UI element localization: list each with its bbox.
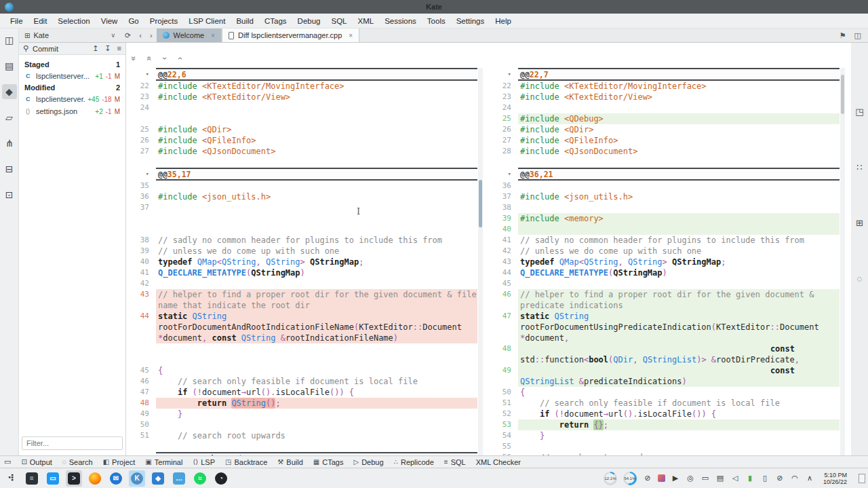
menu-item-edit[interactable]: Edit: [29, 15, 52, 27]
app-launcher[interactable]: ⠺: [3, 470, 19, 487]
code-line[interactable]: return {};: [518, 419, 840, 430]
diff-code-row[interactable]: 45: [488, 278, 845, 289]
plugin-toggle-replicode[interactable]: ∴Replicode: [394, 458, 434, 466]
diff-code-row[interactable]: 50{: [488, 387, 845, 398]
code-line[interactable]: return QString();: [156, 398, 477, 409]
code-line[interactable]: [518, 441, 840, 452]
line-number[interactable]: 44: [126, 311, 156, 343]
plugin-toggle-debug[interactable]: ▷Debug: [353, 458, 383, 466]
diff-code-row[interactable]: 23#include <KTextEditor/View>: [488, 92, 845, 102]
tab-welcome[interactable]: Welcome×: [157, 29, 222, 42]
line-number[interactable]: 42: [488, 246, 518, 257]
code-line[interactable]: {: [518, 387, 840, 398]
plugin-toggle-xml-checker[interactable]: XML Checker: [476, 458, 521, 466]
wifi-icon[interactable]: ◠: [790, 474, 800, 483]
menu-item-go[interactable]: Go: [123, 15, 143, 27]
split-view-icon[interactable]: ◫: [854, 31, 861, 40]
diff-code-row[interactable]: 53 return {};: [488, 419, 845, 430]
line-number[interactable]: 46: [488, 289, 518, 311]
line-number[interactable]: 36: [126, 191, 156, 202]
code-line[interactable]: Q_DECLARE_METATYPE(QStringMap): [518, 267, 840, 278]
diff-code-row[interactable]: 51 // search only feasible if document i…: [488, 398, 845, 409]
app-chat[interactable]: …: [171, 470, 187, 487]
code-line[interactable]: [156, 181, 477, 191]
plugin-toggle-lsp[interactable]: ⟨⟩LSP: [193, 458, 215, 466]
line-number[interactable]: 50: [488, 387, 518, 398]
next-hunk-icon[interactable]: ›: [160, 54, 170, 63]
menu-item-help[interactable]: Help: [490, 15, 516, 27]
menu-item-projects[interactable]: Projects: [145, 15, 183, 27]
diff-code-row[interactable]: 22#include <KTextEditor/MovingInterface>: [126, 81, 483, 92]
tab-diff-lspclientservermanager-cpp[interactable]: Diff lspclientservermanager.cpp×: [222, 29, 359, 42]
app-kate[interactable]: K: [129, 470, 145, 487]
diff-code-row[interactable]: 24: [126, 102, 483, 113]
file-search-icon[interactable]: ◌: [852, 271, 867, 286]
code-line[interactable]: #include <QFileInfo>: [518, 135, 840, 146]
line-number[interactable]: 35: [126, 181, 156, 191]
device-icon[interactable]: ▯: [760, 474, 770, 483]
line-number[interactable]: 48: [488, 343, 518, 365]
diff-code-row[interactable]: 47 if (!document→url().isLocalFile()) {: [126, 387, 483, 398]
app-spotify[interactable]: ≈: [192, 470, 208, 487]
memory-gauge[interactable]: 54.1%: [623, 472, 637, 485]
line-number[interactable]: 49: [126, 409, 156, 419]
line-number[interactable]: 46: [126, 376, 156, 387]
hunk-header-row[interactable]: ▾@@ 36,21: [488, 168, 845, 181]
code-line[interactable]: // unless we do come up with such one: [156, 246, 477, 257]
diff-code-row[interactable]: 35: [126, 181, 483, 191]
menu-item-lsp-client[interactable]: LSP Client: [184, 15, 230, 27]
line-number[interactable]: 42: [126, 278, 156, 289]
code-line[interactable]: {: [156, 365, 477, 376]
line-number[interactable]: 22: [126, 81, 156, 92]
code-line[interactable]: #include <QDebug>: [518, 113, 840, 124]
diff-code-row[interactable]: 27#include <QJsonDocument>: [126, 146, 483, 157]
code-line[interactable]: Q_DECLARE_METATYPE(QStringMap): [156, 267, 477, 278]
diff-code-row[interactable]: 39// unless we do come up with such one: [126, 246, 483, 257]
app-terminal[interactable]: >: [66, 470, 82, 487]
reload-icon[interactable]: ⟳: [121, 29, 135, 42]
line-number[interactable]: 36: [488, 181, 518, 191]
documents-icon[interactable]: ◫: [2, 33, 17, 48]
hunk-collapse-icon[interactable]: ▾: [488, 168, 518, 181]
diff-code-row[interactable]: 47static QStringrootForDocumentUsingPred…: [488, 311, 845, 343]
package-icon[interactable]: [658, 474, 665, 482]
code-line[interactable]: #include <KTextEditor/MovingInterface>: [156, 81, 477, 92]
menu-icon[interactable]: ≡: [117, 44, 121, 53]
diff-code-row[interactable]: 28#include <QJsonDocument>: [488, 146, 845, 157]
code-line[interactable]: if (!document→url().isLocalFile()) {: [518, 409, 840, 419]
expand-all-icon[interactable]: »: [129, 54, 138, 63]
app-obs[interactable]: ◔: [213, 470, 229, 487]
menu-item-debug[interactable]: Debug: [293, 15, 326, 27]
diff-code-row[interactable]: 26#include <QFileInfo>: [126, 135, 483, 146]
diff-code-row[interactable]: 40typedef QMap<QString, QString> QString…: [126, 257, 483, 267]
line-number[interactable]: 41: [488, 235, 518, 246]
plugin-toggle-search[interactable]: ◌Search: [62, 458, 93, 466]
display-icon[interactable]: ▭: [701, 474, 710, 483]
code-line[interactable]: #include <KTextEditor/MovingInterface>: [518, 81, 840, 92]
menu-item-xml[interactable]: XML: [353, 15, 379, 27]
code-line[interactable]: [518, 202, 840, 213]
diff-code-row[interactable]: 49 }: [126, 409, 483, 419]
line-number[interactable]: 37: [488, 191, 518, 202]
code-line[interactable]: [156, 102, 477, 113]
code-line[interactable]: [518, 278, 840, 289]
hunk-header-row[interactable]: ▾@@ 35,17: [126, 168, 483, 181]
menu-item-sql[interactable]: SQL: [327, 15, 352, 27]
diff-code-row[interactable]: 39#include <memory>: [488, 213, 845, 224]
line-number[interactable]: 44: [488, 267, 518, 278]
line-number[interactable]: 47: [126, 387, 156, 398]
menu-item-selection[interactable]: Selection: [53, 15, 94, 27]
line-number[interactable]: 40: [126, 257, 156, 267]
code-line[interactable]: #include <QJsonDocument>: [156, 146, 477, 157]
diff-code-row[interactable]: 40: [488, 224, 845, 235]
diff-code-row[interactable]: 25#include <QDebug>: [488, 113, 845, 124]
line-number[interactable]: 45: [488, 278, 518, 289]
code-line[interactable]: // search root upwards: [156, 430, 477, 441]
code-line[interactable]: #include <QDir>: [156, 124, 477, 135]
line-number[interactable]: 50: [126, 419, 156, 430]
hunk-collapse-icon[interactable]: ▾: [488, 68, 518, 81]
diff-code-row[interactable]: 45{: [126, 365, 483, 376]
document-switcher[interactable]: ⊞ Kate ∨: [19, 29, 121, 42]
git-file-row[interactable]: Clspclientserver...+45-18M: [19, 93, 125, 105]
checkout-tree-icon[interactable]: ⋔: [2, 136, 17, 151]
